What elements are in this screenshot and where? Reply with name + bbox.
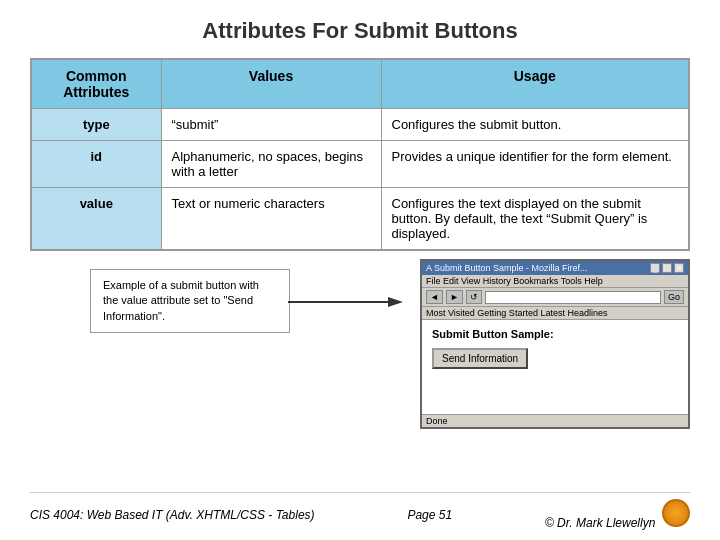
- reload-button[interactable]: ↺: [466, 290, 482, 304]
- browser-window: A Submit Button Sample - Mozilla Firef..…: [420, 259, 690, 429]
- footer-right: © Dr. Mark Llewellyn: [545, 499, 690, 530]
- browser-status-bar: Done: [422, 414, 688, 427]
- attr-type: type: [31, 109, 161, 141]
- forward-button[interactable]: ►: [446, 290, 463, 304]
- browser-title-bar: A Submit Button Sample - Mozilla Firef..…: [422, 261, 688, 275]
- minimize-button[interactable]: _: [650, 263, 660, 273]
- table-row: type “submit” Configures the submit butt…: [31, 109, 689, 141]
- table-row: value Text or numeric characters Configu…: [31, 188, 689, 251]
- header-col1: Common Attributes: [31, 59, 161, 109]
- logo-icon: [662, 499, 690, 527]
- attr-id: id: [31, 141, 161, 188]
- address-bar[interactable]: [485, 291, 661, 304]
- browser-status-text: Done: [426, 416, 448, 426]
- value-id: Alphanumeric, no spaces, begins with a l…: [161, 141, 381, 188]
- browser-controls: _ □ ✕: [650, 263, 684, 273]
- svg-marker-1: [388, 297, 403, 307]
- usage-type: Configures the submit button.: [381, 109, 689, 141]
- send-information-button[interactable]: Send Information: [432, 348, 528, 369]
- maximize-button[interactable]: □: [662, 263, 672, 273]
- usage-id: Provides a unique identifier for the for…: [381, 141, 689, 188]
- browser-title-text: A Submit Button Sample - Mozilla Firef..…: [426, 263, 588, 273]
- main-table: Common Attributes Values Usage type “sub…: [30, 58, 690, 251]
- attr-value: value: [31, 188, 161, 251]
- footer-copyright: © Dr. Mark Llewellyn: [545, 516, 655, 530]
- browser-links-bar: Most Visited Getting Started Latest Head…: [422, 307, 688, 320]
- value-type: “submit”: [161, 109, 381, 141]
- page-container: Attributes For Submit Buttons Common Att…: [0, 0, 720, 540]
- bottom-section: Example of a submit button with the valu…: [30, 259, 690, 333]
- header-col2: Values: [161, 59, 381, 109]
- footer-left: CIS 4004: Web Based IT (Adv. XHTML/CSS -…: [30, 508, 315, 522]
- table-row: id Alphanumeric, no spaces, begins with …: [31, 141, 689, 188]
- browser-toolbar: ◄ ► ↺ Go: [422, 288, 688, 307]
- example-label: Example of a submit button with the valu…: [103, 279, 259, 322]
- browser-content-title: Submit Button Sample:: [432, 328, 678, 340]
- go-button[interactable]: Go: [664, 290, 684, 304]
- browser-menu-text: File Edit View History Bookmarks Tools H…: [426, 276, 603, 286]
- example-box: Example of a submit button with the valu…: [90, 269, 290, 333]
- header-col3: Usage: [381, 59, 689, 109]
- back-button[interactable]: ◄: [426, 290, 443, 304]
- page-title: Attributes For Submit Buttons: [30, 18, 690, 44]
- browser-links-text: Most Visited Getting Started Latest Head…: [426, 308, 607, 318]
- value-value: Text or numeric characters: [161, 188, 381, 251]
- arrow-container: [288, 287, 408, 321]
- browser-menu-bar: File Edit View History Bookmarks Tools H…: [422, 275, 688, 288]
- footer: CIS 4004: Web Based IT (Adv. XHTML/CSS -…: [30, 492, 690, 530]
- browser-content: Submit Button Sample: Send Information: [422, 320, 688, 427]
- usage-value: Configures the text displayed on the sub…: [381, 188, 689, 251]
- close-button[interactable]: ✕: [674, 263, 684, 273]
- arrow-icon: [288, 287, 408, 317]
- footer-page: Page 51: [407, 508, 452, 522]
